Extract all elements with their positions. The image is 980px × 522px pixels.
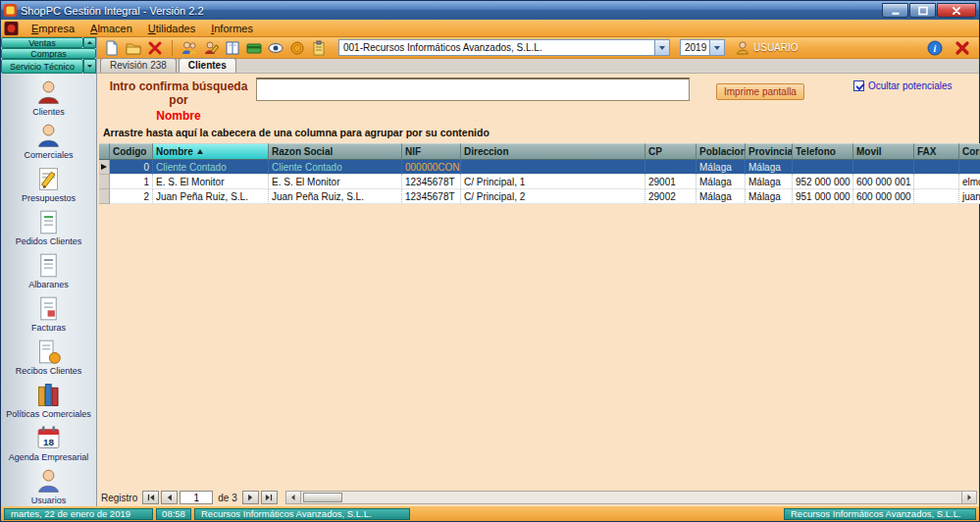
- grid-cell[interactable]: [914, 175, 959, 189]
- grid-cell[interactable]: 951 000 000: [793, 189, 853, 204]
- grid-column-header-movil[interactable]: Movil: [853, 143, 914, 160]
- grid-cell[interactable]: [853, 160, 914, 175]
- sidebar-item-albaranes[interactable]: Albaranes: [2, 251, 96, 294]
- table-row[interactable]: 0Cliente ContadoCliente Contado000000CON…: [99, 160, 980, 175]
- tab-revision-238[interactable]: Revisión 238: [100, 58, 177, 73]
- grid-cell[interactable]: [793, 160, 853, 175]
- menu-item-almacen[interactable]: Almacen: [82, 22, 140, 35]
- grid-cell[interactable]: 29002: [645, 189, 696, 204]
- grid-cell[interactable]: Málaga: [746, 175, 793, 189]
- grid-cell[interactable]: elmon: [959, 175, 980, 189]
- nav-button-servicio-tecnico[interactable]: Servicio Técnico: [1, 59, 83, 74]
- grid-cell[interactable]: 2: [110, 189, 153, 204]
- grid-column-header-cp[interactable]: CP: [645, 143, 696, 160]
- grid-column-header-correo[interactable]: Correo: [959, 143, 980, 160]
- grid-cell[interactable]: [959, 160, 980, 175]
- horizontal-scrollbar[interactable]: [285, 491, 977, 504]
- nav-button-ventas[interactable]: Ventas: [1, 37, 83, 48]
- grid-cell[interactable]: C/ Principal, 2: [461, 189, 645, 204]
- grid-cell[interactable]: Málaga: [696, 175, 746, 189]
- coin-button[interactable]: [287, 38, 307, 57]
- sidebar-item-pedidos-clientes[interactable]: Pedidos Clientes: [2, 208, 96, 251]
- grid-cell[interactable]: 952 000 000: [793, 175, 853, 189]
- clients-button[interactable]: [180, 38, 199, 57]
- grid-cell[interactable]: 000000CON: [402, 160, 461, 175]
- grid-column-header-nombre[interactable]: Nombre: [153, 143, 269, 160]
- sidebar-item-usuarios[interactable]: Usuarios: [2, 467, 96, 506]
- clipboard-button[interactable]: [309, 38, 329, 57]
- scroll-up-button[interactable]: [83, 37, 96, 48]
- grid-cell[interactable]: Málaga: [746, 160, 793, 175]
- scrollbar-thumb[interactable]: [303, 493, 342, 502]
- tab-clientes[interactable]: Clientes: [179, 58, 236, 73]
- notebook-button[interactable]: [223, 38, 242, 57]
- grid-cell[interactable]: E. S. El Monitor: [153, 175, 269, 189]
- info-button[interactable]: i: [925, 38, 945, 57]
- grid-cell[interactable]: 12345678T: [402, 189, 461, 204]
- eye-button[interactable]: [266, 38, 285, 57]
- grid-cell[interactable]: [914, 160, 959, 175]
- sidebar-item-recibos-clientes[interactable]: Recibos Clientes: [2, 338, 96, 381]
- year-select[interactable]: 2019: [680, 39, 725, 56]
- grid-cell[interactable]: Cliente Contado: [153, 160, 269, 175]
- grid-cell[interactable]: Málaga: [696, 160, 746, 175]
- grid-cell[interactable]: [461, 160, 645, 175]
- grid-column-header-fax[interactable]: FAX: [914, 143, 959, 160]
- grid-cell[interactable]: 1: [110, 175, 153, 189]
- grid-column-header-provincia[interactable]: Provincia: [746, 143, 793, 160]
- grid-cell[interactable]: [645, 160, 696, 175]
- payments-button[interactable]: [244, 38, 264, 57]
- new-doc-button[interactable]: [102, 38, 122, 57]
- scroll-down-button[interactable]: [83, 59, 96, 74]
- open-folder-button[interactable]: [124, 38, 143, 57]
- print-screen-button[interactable]: Imprime pantalla: [716, 83, 804, 100]
- nav-next-button[interactable]: [242, 491, 259, 504]
- company-select-arrow[interactable]: [654, 40, 669, 55]
- scroll-right-button[interactable]: [961, 492, 976, 503]
- sidebar-item-politicas-comerciales[interactable]: Políticas Comerciales: [2, 381, 96, 424]
- year-select-arrow[interactable]: [709, 40, 724, 55]
- nav-button-compras[interactable]: Compras: [1, 48, 96, 59]
- nav-first-button[interactable]: [142, 491, 159, 504]
- minimize-button[interactable]: [882, 3, 908, 18]
- grid-cell[interactable]: E. S. El Monitor: [269, 175, 402, 189]
- grid-cell[interactable]: C/ Principal, 1: [461, 175, 645, 189]
- company-select[interactable]: 001-Recursos Informáticos Avanzados, S.L…: [338, 39, 670, 56]
- menu-item-informes[interactable]: Informes: [203, 22, 261, 35]
- nav-last-button[interactable]: [261, 491, 278, 504]
- search-input[interactable]: [256, 78, 690, 101]
- sidebar-item-facturas[interactable]: Facturas: [2, 294, 96, 338]
- close-button[interactable]: [937, 3, 976, 18]
- sidebar-item-presupuestos[interactable]: Presupuestos: [2, 165, 96, 208]
- grid-cell[interactable]: 600 000 000: [853, 189, 914, 204]
- grid-cell[interactable]: 600 000 001: [853, 175, 914, 189]
- grid-column-header-direccion[interactable]: Direccion: [461, 143, 645, 160]
- record-position-input[interactable]: [180, 491, 213, 504]
- grid-cell[interactable]: Málaga: [746, 189, 793, 204]
- grid-cell[interactable]: Cliente Contado: [269, 160, 402, 175]
- menu-item-utilidades[interactable]: Utilidades: [140, 22, 203, 35]
- grid-cell[interactable]: 0: [110, 160, 153, 175]
- grid-cell[interactable]: Juan Peña Ruiz, S.L.: [153, 189, 269, 204]
- scroll-left-button[interactable]: [286, 492, 301, 503]
- maximize-button[interactable]: [909, 3, 936, 18]
- menu-item-empresa[interactable]: Empresa: [24, 22, 82, 35]
- hide-potentials-checkbox[interactable]: [853, 80, 864, 91]
- grid-column-header-codigo[interactable]: Codigo: [110, 143, 153, 160]
- grid-cell[interactable]: juanp: [959, 189, 980, 204]
- grid-column-header-razon-social[interactable]: Razon Social: [269, 143, 402, 160]
- delete-button[interactable]: [145, 38, 165, 57]
- table-row[interactable]: 2Juan Peña Ruiz, S.L.Juan Peña Ruiz, S.L…: [99, 189, 980, 204]
- grid-cell[interactable]: [914, 189, 959, 204]
- sidebar-item-clientes[interactable]: Clientes: [2, 78, 96, 122]
- grid-column-header-telefono[interactable]: Telefono: [793, 143, 853, 160]
- sidebar-item-agenda-empresarial[interactable]: 18Agenda Empresarial: [2, 424, 96, 467]
- sidebar-item-comerciales[interactable]: Comerciales: [2, 122, 96, 165]
- grid-column-header-nif[interactable]: NIF: [402, 143, 461, 160]
- grid-column-header-poblacion[interactable]: Poblacion: [696, 143, 746, 160]
- user-edit-button[interactable]: [201, 38, 221, 57]
- grid-cell[interactable]: 12345678T: [402, 175, 461, 189]
- table-row[interactable]: 1E. S. El MonitorE. S. El Monitor1234567…: [99, 175, 980, 189]
- exit-button[interactable]: [953, 38, 972, 57]
- grid-cell[interactable]: Juan Peña Ruiz, S.L.: [269, 189, 402, 204]
